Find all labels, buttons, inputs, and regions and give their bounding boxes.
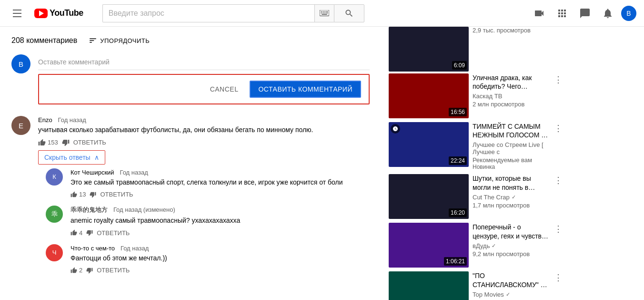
reply-like-count: 4: [79, 229, 82, 237]
sidebar-video-item[interactable]: 22:24 ТИММЕЙТ С САМЫМ НЕЖНЫМ ГОЛОСОМ В М…: [389, 122, 564, 170]
youtube-logo-icon: [34, 9, 48, 18]
messages-button[interactable]: [575, 4, 594, 23]
sidebar-thumbnail: 6:09: [389, 27, 469, 72]
like-count: 153: [48, 139, 58, 146]
sidebar-video-info: ТИММЕЙТ С САМЫМ НЕЖНЫМ ГОЛОСОМ В МИРЕ ||…: [473, 122, 549, 170]
svg-rect-8: [326, 12, 328, 13]
channel-name: Лучшее со Стреем Live [ Лучшее с: [473, 141, 549, 155]
sidebar-channel: Cut The Crap ✓: [473, 194, 549, 201]
bell-icon: [602, 8, 614, 19]
sidebar-video-item[interactable]: 21:56 "ПО СТАНИСЛАВСКОМУ" - 10 АКТЕРОВ, …: [389, 271, 564, 300]
thumbs-down-icon: [86, 267, 93, 274]
thumbs-up-icon: [38, 139, 46, 146]
more-options-button[interactable]: ⋮: [553, 223, 564, 268]
sidebar-channel: Top Movies ✓: [473, 291, 549, 298]
sidebar-video-title: Шутки, которые вы могли не понять в филь…: [473, 174, 549, 191]
replies-container: К Кот Чеширский Год назад Это же самый т…: [38, 168, 370, 274]
video-create-button[interactable]: [530, 4, 549, 23]
sidebar-video-item[interactable]: 16:20 Шутки, которые вы могли не понять …: [389, 174, 564, 219]
reply-time: Год назад (изменено): [113, 206, 175, 213]
hamburger-icon: [9, 6, 25, 21]
svg-rect-7: [324, 12, 325, 13]
more-options-button[interactable]: ⋮: [553, 174, 564, 219]
thumbs-down-icon: [86, 229, 93, 236]
chat-icon: [579, 8, 591, 19]
search-button[interactable]: [334, 4, 364, 22]
sidebar-video-title: 2,9 тыс. просмотров: [473, 27, 564, 35]
new-badge: Новинка: [473, 164, 549, 170]
video-duration: 6:09: [452, 61, 467, 70]
more-options-button[interactable]: ⋮: [553, 73, 564, 118]
dislike-button[interactable]: [62, 139, 70, 146]
reply-like-button[interactable]: 2: [70, 267, 82, 274]
search-container: [102, 4, 364, 22]
channel-name: Top Movies: [473, 291, 504, 298]
sidebar-views: Рекомендуемые вам: [473, 156, 549, 164]
menu-button[interactable]: [8, 4, 27, 23]
sidebar-video-title: Поперечный - о цензуре, геях и чувствах …: [473, 223, 549, 240]
apps-icon: [556, 8, 568, 19]
verified-icon: ✓: [506, 291, 510, 298]
video-camera-icon: [533, 8, 545, 19]
cancel-button[interactable]: CANCEL: [202, 82, 246, 97]
thumbs-down-icon: [62, 139, 70, 146]
comments-header: 208 комментариев УПОРЯДОЧИТЬ: [11, 36, 370, 45]
more-options-button[interactable]: ⋮: [553, 271, 564, 300]
comment-meta: Enzo Год назад: [38, 116, 370, 124]
svg-rect-1: [321, 11, 322, 12]
reply-dislike-button[interactable]: [86, 229, 93, 236]
comment-placeholder-text[interactable]: Оставьте комментарий: [38, 54, 370, 70]
channel-name: Cut The Crap: [473, 194, 510, 201]
verified-icon: ✓: [512, 194, 516, 200]
reply-item: 乖 乖乖的鬼地方 Год назад (изменено) anemic roy…: [46, 206, 370, 237]
reply-reply-button[interactable]: ОТВЕТИТЬ: [100, 191, 133, 198]
reply-actions: 4 ОТВЕТИТЬ: [70, 229, 370, 237]
like-button[interactable]: 153: [38, 139, 58, 146]
notifications-button[interactable]: [598, 4, 617, 23]
avatar[interactable]: B: [621, 6, 636, 21]
sidebar-video-item[interactable]: 1:06:21 Поперечный - о цензуре, геях и ч…: [389, 223, 564, 268]
reply-item: К Кот Чеширский Год назад Это же самый т…: [46, 168, 370, 198]
sidebar-thumbnail: 16:56: [389, 73, 469, 118]
youtube-logo[interactable]: YouTube: [34, 8, 83, 18]
keyboard-button[interactable]: [314, 4, 334, 22]
sort-icon: [89, 36, 97, 45]
apps-button[interactable]: [553, 4, 572, 23]
search-input[interactable]: [102, 4, 314, 22]
reply-content: 乖乖的鬼地方 Год назад (изменено) anemic royal…: [70, 206, 370, 237]
sidebar-thumbnail: 16:20: [389, 174, 469, 219]
reply-text: anemic royalty самый травмоопасный? ухах…: [70, 216, 370, 226]
sort-button[interactable]: УПОРЯДОЧИТЬ: [89, 36, 150, 45]
sidebar-video-item[interactable]: 16:56 Уличная драка, как победить? Чего …: [389, 73, 564, 118]
sidebar-video-item[interactable]: 6:09 2,9 тыс. просмотров: [389, 27, 564, 72]
header: YouTube: [0, 0, 644, 27]
submit-comment-button[interactable]: ОСТАВИТЬ КОММЕНТАРИЙ: [250, 81, 361, 98]
show-replies-button[interactable]: Скрыть ответы ∧: [38, 150, 105, 165]
reply-like-button[interactable]: 13: [70, 191, 86, 198]
verified-icon: ✓: [492, 243, 496, 249]
reply-dislike-button[interactable]: [90, 191, 96, 198]
reply-reply-button[interactable]: ОТВЕТИТЬ: [97, 267, 130, 274]
reply-reply-button[interactable]: ОТВЕТИТЬ: [97, 229, 130, 237]
svg-rect-2: [322, 11, 323, 12]
main-layout: 208 комментариев УПОРЯДОЧИТЬ B Оставьте …: [0, 27, 644, 300]
comments-count: 208 комментариев: [11, 36, 77, 45]
reply-meta: Кот Чеширский Год назад: [70, 168, 370, 176]
thumbs-up-icon: [70, 229, 77, 236]
reply-dislike-button[interactable]: [86, 267, 93, 274]
reply-meta: 乖乖的鬼地方 Год назад (изменено): [70, 206, 370, 214]
keyboard-icon: [320, 10, 329, 17]
svg-rect-6: [322, 12, 323, 13]
reply-button[interactable]: ОТВЕТИТЬ: [73, 139, 106, 146]
svg-rect-9: [322, 14, 327, 15]
sidebar-channel: Каскад ТВ: [473, 93, 549, 100]
video-duration: 22:24: [449, 156, 467, 165]
reply-like-button[interactable]: 4: [70, 229, 82, 237]
sort-label: УПОРЯДОЧИТЬ: [100, 37, 150, 44]
reply-author: Кот Чеширский: [70, 169, 114, 176]
search-icon: [344, 9, 354, 18]
more-options-button[interactable]: ⋮: [553, 122, 564, 170]
sidebar-views: 1,7 млн просмотров: [473, 202, 549, 209]
reply-like-count: 2: [79, 267, 82, 274]
reply-content: Кот Чеширский Год назад Это же самый тра…: [70, 168, 370, 198]
